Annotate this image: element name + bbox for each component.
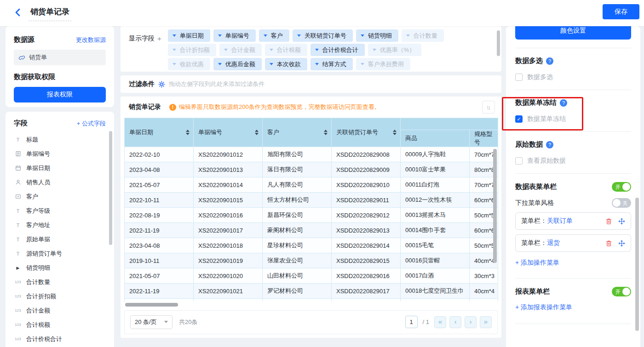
table-cell: XSDD20220829015 (332, 253, 401, 268)
table-menubar-toggle[interactable]: 开 (612, 182, 631, 192)
field-item-合计数量[interactable]: 123合计数量 (14, 275, 106, 289)
display-field-chip-本次收款[interactable]: 本次收款 (265, 58, 307, 70)
field-item-合计价税合计[interactable]: 123合计价税合计 (14, 332, 106, 346)
prev-page-icon[interactable]: ‹ (449, 316, 461, 328)
display-field-chip-合计金额[interactable]: 合计金额 (219, 44, 262, 56)
datasource-item[interactable]: 销货单 (14, 50, 106, 65)
save-button[interactable]: 保存 (603, 4, 639, 19)
add-formula-field-link[interactable]: + 公式字段 (77, 119, 106, 128)
field-item-客户等级[interactable]: T客户等级 (14, 204, 106, 218)
table-cell: 落日有限公司 (263, 162, 332, 177)
column-header-关联销货订单号[interactable]: 关联销货订单号 (332, 118, 401, 147)
last-page-icon[interactable]: » (480, 316, 492, 328)
color-settings-button[interactable]: 颜色设置 (515, 26, 631, 40)
field-item-原始单据[interactable]: T原始单据 (14, 232, 106, 246)
display-field-chip-优惠后金额[interactable]: 优惠后金额 (213, 58, 262, 70)
help-icon[interactable]: ? (546, 57, 553, 65)
subcolumn-header-规格型号[interactable]: 规格型号 (470, 130, 498, 147)
text-icon: T (14, 208, 22, 214)
menubar-item-name[interactable]: 退货 (547, 239, 560, 247)
menubar-item-name[interactable]: 关联订单 (547, 217, 573, 225)
settings-scrollbar[interactable] (635, 198, 639, 331)
display-field-chip-关联销货订单号[interactable]: 关联销货订单号 (293, 29, 353, 42)
raw-data-checkbox-row[interactable]: 查看原始数据 (515, 157, 631, 165)
table-vscrollbar[interactable] (493, 149, 497, 263)
column-header-单据日期[interactable]: 单据日期 (125, 118, 194, 147)
back-icon[interactable] (13, 7, 23, 17)
display-field-chip-客户[interactable]: 客户 (259, 29, 289, 42)
display-field-chip-合计数量[interactable]: 合计数量 (402, 29, 444, 42)
menubar-item-prefix: 菜单栏： (521, 239, 547, 247)
raw-data-title: 原始数据 (515, 140, 543, 149)
column-header-单据编号[interactable]: 单据编号 (194, 118, 263, 147)
display-field-chip-销货明细[interactable]: 销货明细 (356, 29, 398, 42)
checkbox-unchecked[interactable] (515, 157, 523, 165)
checkbox-unchecked[interactable] (515, 74, 523, 81)
display-field-chip-结算方式[interactable]: 结算方式 (310, 58, 353, 70)
table-hscrollbar[interactable] (125, 303, 497, 307)
sort-icon[interactable] (324, 130, 328, 135)
add-display-field-button[interactable]: + (157, 34, 161, 68)
trash-icon[interactable] (605, 218, 612, 225)
field-item-单据编号[interactable]: 单据编号 (14, 147, 106, 161)
move-icon[interactable] (618, 218, 625, 225)
checkbox-checked[interactable]: ✓ (515, 115, 523, 123)
field-item-label: 合计价税合计 (26, 335, 62, 343)
display-field-chip-优惠率（%）[interactable]: 优惠率（%） (368, 44, 422, 56)
fields-scrollbar[interactable] (109, 131, 112, 245)
field-item-合计金额[interactable]: 123合计金额 (14, 303, 106, 318)
menubar-item-list: 菜单栏：关联订单菜单栏：退货 (515, 212, 631, 252)
first-page-icon[interactable]: « (434, 316, 446, 328)
trash-icon[interactable] (605, 240, 612, 247)
display-field-chip-合计价税合计[interactable]: 合计价税合计 (310, 44, 365, 56)
chevron-down-icon (270, 63, 273, 65)
move-icon[interactable] (618, 240, 625, 247)
page-count: / 1 (423, 319, 429, 325)
field-item-客户[interactable]: 客户 (14, 189, 106, 204)
field-item-标题[interactable]: T标题 (14, 132, 106, 147)
change-datasource-link[interactable]: 更改数据源 (76, 36, 106, 44)
next-page-icon[interactable]: › (465, 316, 477, 328)
field-item-合计折扣额[interactable]: 123合计折扣额 (14, 289, 106, 303)
datasource-title: 数据源 (14, 35, 34, 44)
add-action-menu-link[interactable]: + 添加操作菜单 (515, 259, 631, 267)
display-field-chip-单据编号[interactable]: 单据编号 (213, 29, 256, 42)
chip-row: 单据日期单据编号客户关联销货订单号销货明细合计数量 (168, 29, 444, 42)
report-menubar-toggle[interactable]: 开 (612, 287, 631, 296)
sort-icon[interactable] (186, 130, 190, 135)
multi-select-checkbox-row[interactable]: 数据多选 (515, 73, 631, 81)
field-item-单据日期[interactable]: 单据日期 (14, 161, 106, 175)
field-item-合计税额[interactable]: 123合计税额 (14, 318, 106, 332)
field-item-客户地址[interactable]: T客户地址 (14, 218, 106, 232)
column-header-客户[interactable]: 客户 (263, 118, 332, 147)
page-size-select[interactable]: 20 条/页 (130, 315, 172, 329)
current-page-input[interactable]: 1 (405, 316, 418, 328)
table-cell: XSDD20220829014 (332, 238, 401, 253)
chevron-down-icon (224, 49, 228, 51)
table-cell: XSDD20220829016 (332, 268, 401, 284)
gear-icon[interactable] (158, 81, 165, 88)
chips-scrollbar[interactable] (497, 30, 500, 56)
sort-order-button[interactable]: ↑↓ (482, 101, 495, 114)
field-item-销售人员[interactable]: 销售人员 (14, 175, 106, 189)
subcolumn-header-商品[interactable]: 商品 (401, 130, 470, 147)
chevron-down-icon (264, 34, 267, 37)
table-row-partial (125, 299, 498, 301)
title-icon: T (14, 137, 22, 142)
field-item-销货明细[interactable]: ▶销货明细 (14, 261, 106, 275)
display-field-chip-合计折扣额[interactable]: 合计折扣额 (168, 44, 216, 56)
display-field-chip-客户承担费用[interactable]: 客户承担费用 (356, 58, 410, 70)
display-field-chip-单据日期[interactable]: 单据日期 (168, 29, 210, 42)
display-field-chip-合计税额[interactable]: 合计税额 (265, 44, 307, 56)
report-permission-button[interactable]: 报表权限 (14, 87, 106, 102)
help-icon[interactable]: ? (560, 99, 567, 107)
add-report-action-menu-link[interactable]: + 添加报表操作菜单 (515, 303, 631, 312)
help-icon[interactable]: ? (546, 141, 553, 148)
sort-icon[interactable] (393, 130, 397, 135)
top-bar: 销货单记录 保存 (0, 0, 644, 26)
display-field-chip-收款优惠[interactable]: 收款优惠 (168, 58, 210, 70)
menu-freeze-checkbox-row[interactable]: ✓ 数据菜单冻结 (515, 115, 631, 123)
dropdown-style-toggle[interactable]: 关 (612, 198, 631, 208)
sort-icon[interactable] (255, 130, 259, 135)
field-item-源销货订单号[interactable]: T源销货订单号 (14, 246, 106, 261)
